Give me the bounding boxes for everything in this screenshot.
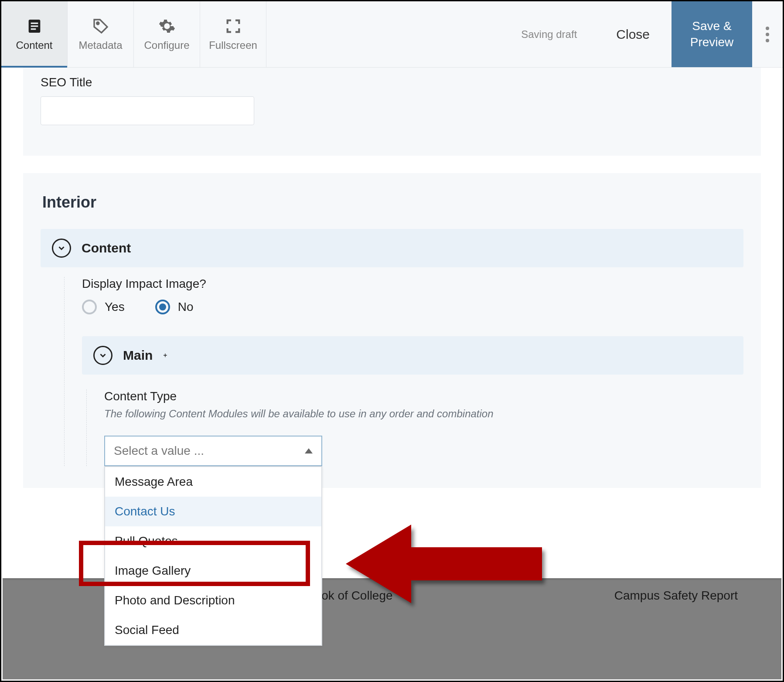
content-inner: Display Impact Image? Yes No Main +: [64, 277, 743, 466]
svg-marker-5: [346, 525, 542, 603]
radio-label: Yes: [105, 300, 125, 314]
tab-label: Metadata: [78, 39, 122, 51]
svg-rect-1: [31, 22, 38, 24]
seo-title-label: SEO Title: [41, 75, 743, 89]
caret-up-icon: [305, 448, 313, 454]
content-type-label: Content Type: [104, 389, 743, 403]
svg-rect-2: [31, 25, 38, 27]
option-photo-description[interactable]: Photo and Description: [105, 586, 321, 615]
gear-icon: [158, 17, 176, 35]
main-collapsible-header[interactable]: Main +: [82, 336, 743, 375]
annotation-arrow-icon: [346, 520, 546, 607]
status-text: Saving draft: [521, 28, 577, 41]
fullscreen-icon: [225, 17, 242, 35]
seo-title-input[interactable]: [41, 96, 254, 125]
content-type-description: The following Content Modules will be av…: [104, 408, 743, 420]
interior-heading: Interior: [42, 193, 743, 211]
impact-radio-yes[interactable]: Yes: [82, 300, 125, 314]
tab-label: Content: [16, 39, 52, 51]
content-type-dropdown: Message Area Contact Us Pull Quotes Imag…: [104, 466, 322, 646]
radio-icon: [155, 300, 170, 314]
svg-point-4: [96, 22, 99, 24]
content-collapsible-header[interactable]: Content: [41, 229, 743, 267]
tab-content[interactable]: Content: [1, 1, 68, 67]
select-placeholder: Select a value ...: [114, 444, 204, 458]
impact-radio-group: Yes No: [82, 300, 743, 314]
option-contact-us[interactable]: Contact Us: [105, 497, 321, 526]
chevron-down-icon: [93, 346, 112, 365]
option-message-area[interactable]: Message Area: [105, 467, 321, 497]
footer-link-campus-safety[interactable]: Campus Safety Report: [614, 589, 738, 603]
content-type-block: Content Type The following Content Modul…: [86, 389, 743, 466]
option-image-gallery[interactable]: Image Gallery: [105, 556, 321, 586]
impact-radio-no[interactable]: No: [155, 300, 194, 314]
more-menu-button[interactable]: [752, 1, 783, 67]
tab-label: Configure: [144, 39, 189, 51]
collapsible-title: Content: [82, 241, 131, 256]
impact-image-label: Display Impact Image?: [82, 277, 743, 291]
tab-metadata[interactable]: Metadata: [68, 1, 134, 67]
tab-fullscreen[interactable]: Fullscreen: [200, 1, 266, 67]
option-pull-quotes[interactable]: Pull Quotes: [105, 526, 321, 556]
add-button[interactable]: +: [163, 351, 167, 359]
radio-label: No: [178, 300, 194, 314]
close-button[interactable]: Close: [594, 27, 672, 42]
seo-panel: SEO Title: [23, 68, 761, 156]
plus-icon: +: [163, 351, 167, 359]
radio-icon: [82, 300, 97, 314]
toolbar: Content Metadata Configure Fullscreen Sa…: [1, 1, 783, 68]
tab-configure[interactable]: Configure: [134, 1, 200, 67]
tab-label: Fullscreen: [209, 39, 257, 51]
tag-icon: [92, 17, 109, 35]
save-preview-button[interactable]: Save & Preview: [672, 1, 752, 67]
interior-panel: Interior Content Display Impact Image? Y…: [23, 173, 761, 488]
kebab-icon: [766, 33, 769, 36]
option-social-feed[interactable]: Social Feed: [105, 615, 321, 645]
collapsible-title: Main: [123, 348, 153, 363]
content-type-select-wrap: Select a value ... Message Area Contact …: [104, 436, 322, 466]
content-type-select[interactable]: Select a value ...: [104, 436, 322, 466]
svg-rect-3: [31, 28, 36, 30]
editor-body: SEO Title Interior Content Display Impac…: [1, 68, 783, 488]
content-icon: [26, 17, 43, 35]
chevron-down-icon: [52, 239, 71, 258]
